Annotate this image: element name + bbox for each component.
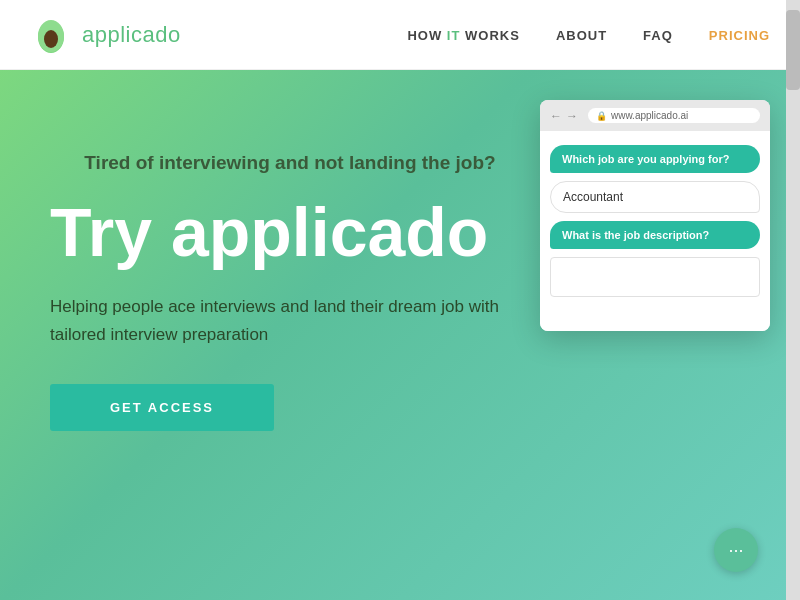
nav-links: HOW IT WORKS ABOUT FAQ PRICING xyxy=(407,26,770,44)
back-arrow-icon[interactable]: ← xyxy=(550,109,562,123)
hero-title: Try applicado xyxy=(50,195,530,270)
nav-about[interactable]: ABOUT xyxy=(556,26,607,44)
nav-faq-link[interactable]: FAQ xyxy=(643,28,673,43)
float-chat-button[interactable]: ··· xyxy=(714,528,758,572)
nav-faq[interactable]: FAQ xyxy=(643,26,673,44)
hero-subtitle: Tired of interviewing and not landing th… xyxy=(50,150,530,177)
chat-input-empty[interactable] xyxy=(550,257,760,297)
browser-url-bar: 🔒 www.applicado.ai xyxy=(588,108,760,123)
scrollbar-thumb[interactable] xyxy=(786,10,800,90)
browser-mockup: ← → 🔒 www.applicado.ai Which job are you… xyxy=(540,100,770,331)
hero-section: Tired of interviewing and not landing th… xyxy=(0,70,800,600)
nav-how-it-works[interactable]: HOW IT WORKS xyxy=(407,26,519,44)
lock-icon: 🔒 xyxy=(596,111,607,121)
browser-content: Which job are you applying for? Accounta… xyxy=(540,131,770,331)
chat-bubble-accountant: Accountant xyxy=(550,181,760,213)
logo-icon xyxy=(30,14,72,56)
forward-arrow-icon[interactable]: → xyxy=(566,109,578,123)
browser-nav-arrows: ← → xyxy=(550,109,578,123)
hero-text-block: Tired of interviewing and not landing th… xyxy=(50,130,530,431)
logo-text: applicado xyxy=(82,22,181,48)
nav-pricing-link[interactable]: PRICING xyxy=(709,28,770,43)
get-access-button[interactable]: GET ACCESS xyxy=(50,384,274,431)
scrollbar[interactable] xyxy=(786,0,800,600)
browser-bar: ← → 🔒 www.applicado.ai xyxy=(540,100,770,131)
logo[interactable]: applicado xyxy=(30,14,181,56)
chat-bubble-job-question: Which job are you applying for? xyxy=(550,145,760,173)
chat-bubble-description-question: What is the job description? xyxy=(550,221,760,249)
nav-how-it-works-link[interactable]: HOW IT WORKS xyxy=(407,28,519,43)
nav-pricing[interactable]: PRICING xyxy=(709,26,770,44)
nav-about-link[interactable]: ABOUT xyxy=(556,28,607,43)
url-text: www.applicado.ai xyxy=(611,110,688,121)
svg-point-2 xyxy=(44,30,58,48)
hero-description: Helping people ace interviews and land t… xyxy=(50,293,530,347)
navbar: applicado HOW IT WORKS ABOUT FAQ PRICING xyxy=(0,0,800,70)
chat-dots-icon: ··· xyxy=(728,540,743,561)
